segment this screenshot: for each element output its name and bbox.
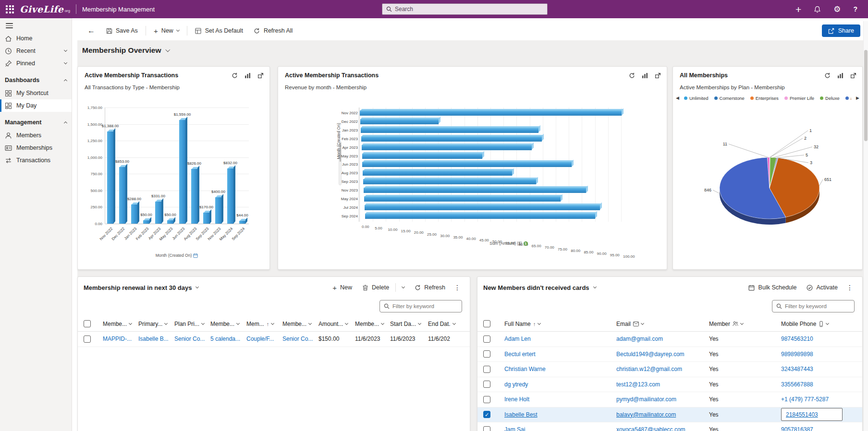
select-all-checkbox[interactable] (483, 320, 490, 327)
full-name-link[interactable]: Isabelle Best (504, 411, 612, 418)
delete-dropdown-button[interactable] (398, 284, 409, 291)
sidebar-item-pinned[interactable]: Pinned (0, 57, 72, 70)
column-header[interactable]: Primary... (138, 316, 174, 331)
bar[interactable] (362, 145, 532, 150)
row-checkbox[interactable] (483, 366, 490, 373)
bar[interactable] (239, 221, 245, 224)
bar[interactable] (363, 170, 512, 176)
column-header[interactable]: Membe... (103, 316, 138, 331)
bar[interactable] (155, 202, 161, 224)
bar[interactable] (362, 162, 572, 167)
row-checkbox[interactable] (483, 381, 490, 388)
table-row[interactable]: ✓Isabelle Bestbalavy@mailinator.comYes21… (477, 407, 862, 423)
bar[interactable] (167, 220, 173, 224)
global-search[interactable] (382, 3, 548, 15)
email-link[interactable]: adam@gmail.com (616, 335, 705, 342)
refresh-icon[interactable] (628, 72, 635, 79)
phone-link[interactable]: +1 (479) 777-5287 (781, 396, 858, 403)
table-row[interactable]: Jam Saixovoca5487@sablecc.comYes90578163… (477, 422, 862, 431)
new-button[interactable]: + New (328, 281, 356, 295)
settings-gear-icon[interactable]: ⚙ (833, 5, 841, 13)
pie-chart[interactable]: 12325365184611 (673, 122, 863, 266)
view-records-icon[interactable] (641, 72, 648, 79)
quick-create-icon[interactable]: + (795, 4, 801, 14)
column-header[interactable]: Amount... (318, 316, 355, 331)
column-header[interactable]: Mem...↑ (246, 316, 282, 331)
bulk-schedule-button[interactable]: Bulk Schedule (744, 281, 801, 294)
sidebar-item-my-shortcut[interactable]: My Shortcut (0, 87, 72, 99)
bar[interactable] (227, 168, 233, 224)
table-row[interactable]: Irene Holtpymyd@mailinator.comYes+1 (479… (477, 392, 862, 407)
legend-item[interactable]: au (845, 96, 851, 101)
phone-link[interactable]: 3243487443 (781, 366, 858, 372)
notifications-icon[interactable] (814, 6, 821, 13)
legend-item[interactable]: Cornerstone (714, 96, 745, 101)
bar[interactable] (191, 169, 197, 224)
bar[interactable] (215, 197, 221, 224)
table-row[interactable]: Bectul ertertBectuld1949@dayrep.comYes98… (477, 347, 862, 362)
filter-keyword-box[interactable] (772, 300, 855, 312)
more-commands-icon[interactable]: ⋮ (451, 281, 464, 294)
sidebar-section-management[interactable]: Management (0, 116, 72, 129)
expand-icon[interactable] (654, 72, 661, 79)
panel-title-dropdown[interactable]: New Members didn't received cards (483, 284, 596, 291)
cell-link[interactable]: Senior Co... (174, 335, 207, 342)
column-header[interactable]: End Dat. (428, 316, 470, 331)
phone-link[interactable]: 9057816387 (781, 426, 858, 431)
row-checkbox[interactable]: ✓ (483, 411, 490, 418)
refresh-all-button[interactable]: Refresh All (249, 24, 297, 37)
column-header[interactable]: Membe... (282, 316, 318, 331)
save-as-button[interactable]: Save As (101, 24, 142, 37)
more-commands-icon[interactable]: ⋮ (843, 281, 856, 294)
phone-cell-editor[interactable]: 2184551403 (781, 408, 843, 421)
email-link[interactable]: balavy@mailinator.com (616, 411, 705, 418)
bar[interactable] (361, 136, 542, 142)
legend-item[interactable]: Premier Life (784, 96, 814, 101)
nav-collapse-icon[interactable] (0, 18, 72, 32)
scrollbar-thumb[interactable] (864, 50, 868, 141)
row-checkbox[interactable] (483, 426, 490, 431)
full-name-link[interactable]: Bectul ertert (504, 351, 612, 358)
bar[interactable] (365, 205, 600, 210)
column-header[interactable]: Plan Pri... (174, 316, 210, 331)
bar[interactable] (360, 119, 439, 124)
cell-link[interactable]: 5 calenda... (210, 335, 243, 342)
row-checkbox[interactable] (483, 350, 490, 358)
table-row[interactable]: MAPPID-...Isabelle B...Senior Co...5 cal… (78, 332, 470, 347)
sidebar-section-dashboards[interactable]: Dashboards (0, 73, 72, 87)
legend-item[interactable]: Deluxe (820, 96, 840, 101)
column-header-full-name[interactable]: Full Name ↑ (504, 316, 616, 331)
bar[interactable] (362, 154, 483, 159)
expand-icon[interactable] (850, 72, 856, 79)
table-row[interactable]: Adam Lenadam@gmail.comYes9874563210 (477, 332, 862, 347)
legend-item[interactable]: Enterprises (750, 96, 779, 101)
vertical-scrollbar[interactable] (863, 21, 868, 431)
row-checkbox[interactable] (84, 335, 91, 343)
app-launcher-icon[interactable] (6, 5, 14, 13)
row-checkbox[interactable] (483, 335, 490, 343)
full-name-link[interactable]: Christian Warne (504, 366, 612, 372)
bar[interactable] (131, 204, 137, 224)
sidebar-item-recent[interactable]: Recent (0, 45, 72, 57)
row-checkbox[interactable] (483, 396, 490, 403)
full-name-link[interactable]: Irene Holt (504, 396, 612, 403)
bar[interactable] (365, 214, 596, 219)
column-header-member[interactable]: Member (709, 316, 781, 331)
expand-icon[interactable] (257, 72, 264, 79)
legend-item[interactable]: Unlimited (684, 96, 709, 101)
email-link[interactable]: christian.w12@gmail.com (616, 366, 705, 372)
sidebar-item-transactions[interactable]: Transactions (0, 154, 72, 167)
bar[interactable] (361, 128, 539, 133)
bar[interactable] (360, 110, 622, 116)
legend-prev-icon[interactable]: ◀ (676, 96, 679, 100)
refresh-icon[interactable] (231, 72, 238, 79)
bar[interactable] (107, 132, 113, 224)
table-row[interactable]: dg ytredytest12@123.comYes3355667888 (477, 377, 862, 393)
email-link[interactable]: Bectuld1949@dayrep.com (616, 351, 705, 358)
refresh-icon[interactable] (824, 72, 831, 79)
delete-button[interactable]: Delete (357, 281, 393, 294)
bar[interactable] (364, 196, 561, 202)
refresh-button[interactable]: Refresh (410, 281, 450, 294)
share-button[interactable]: Share (822, 24, 860, 37)
email-link[interactable]: pymyd@mailinator.com (616, 396, 705, 403)
